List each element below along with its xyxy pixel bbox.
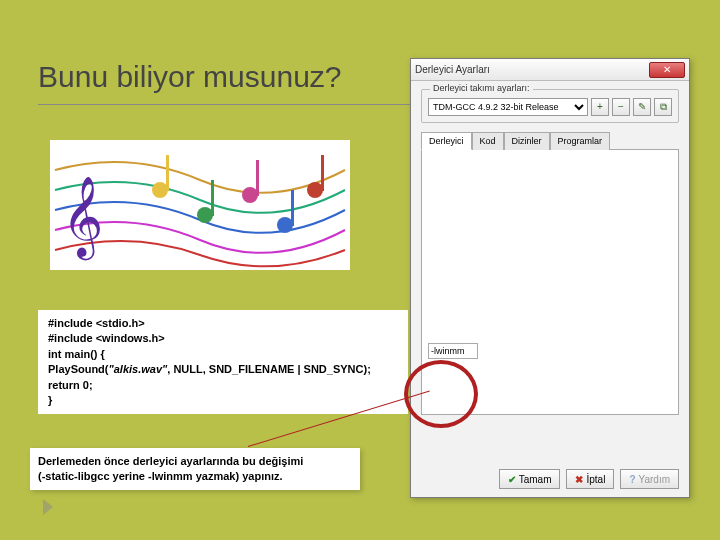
code-line: } [48, 393, 398, 408]
close-button[interactable]: ✕ [649, 62, 685, 78]
svg-point-9 [307, 182, 323, 198]
linker-flags-input[interactable] [428, 343, 478, 359]
linker-option-row [428, 343, 478, 359]
check-icon: ✔ [508, 474, 516, 485]
tab-compiler[interactable]: Derleyici [421, 132, 472, 150]
svg-text:𝄞: 𝄞 [62, 177, 103, 261]
tab-programs[interactable]: Programlar [550, 132, 611, 150]
svg-point-7 [277, 217, 293, 233]
svg-rect-6 [256, 160, 259, 196]
slide-title: Bunu biliyor musunuz? [38, 60, 342, 94]
svg-rect-10 [321, 155, 324, 191]
title-underline [38, 104, 418, 105]
svg-rect-8 [291, 190, 294, 226]
code-line: int main() { [48, 347, 398, 362]
svg-point-1 [152, 182, 168, 198]
svg-rect-2 [166, 155, 169, 191]
question-icon: ? [629, 474, 635, 485]
help-button[interactable]: ? Yardım [620, 469, 679, 489]
code-line: #include <windows.h> [48, 331, 398, 346]
rename-set-button[interactable]: ✎ [633, 98, 651, 116]
compiler-set-groupbox: Derleyici takımı ayarları: TDM-GCC 4.9.2… [421, 89, 679, 123]
music-notes-image: 𝄞 [50, 140, 350, 270]
dialog-titlebar[interactable]: Derleyici Ayarları ✕ [411, 59, 689, 81]
svg-rect-4 [211, 180, 214, 216]
tab-strip: Derleyici Kod Dizinler Programlar [421, 131, 679, 150]
tab-code[interactable]: Kod [472, 132, 504, 150]
x-icon: ✖ [575, 474, 583, 485]
dialog-title: Derleyici Ayarları [415, 64, 649, 75]
ok-button[interactable]: ✔ Tamam [499, 469, 561, 489]
code-snippet: #include <stdio.h> #include <windows.h> … [38, 310, 408, 414]
code-line: PlaySound("alkis.wav", NULL, SND_FILENAM… [48, 362, 398, 377]
svg-point-5 [242, 187, 258, 203]
compiler-settings-dialog: Derleyici Ayarları ✕ Derleyici takımı ay… [410, 58, 690, 498]
code-line: #include <stdio.h> [48, 316, 398, 331]
instruction-note: Derlemeden önce derleyici ayarlarında bu… [30, 448, 360, 490]
tab-panel [421, 150, 679, 415]
slide-nav-icon [43, 499, 53, 515]
compiler-select[interactable]: TDM-GCC 4.9.2 32-bit Release [428, 98, 588, 116]
delete-set-button[interactable]: − [612, 98, 630, 116]
code-line: return 0; [48, 378, 398, 393]
add-set-button[interactable]: + [591, 98, 609, 116]
close-icon: ✕ [663, 64, 671, 75]
duplicate-set-button[interactable]: ⧉ [654, 98, 672, 116]
cancel-button[interactable]: ✖ İptal [566, 469, 614, 489]
tab-directories[interactable]: Dizinler [504, 132, 550, 150]
svg-point-3 [197, 207, 213, 223]
group-label: Derleyici takımı ayarları: [430, 83, 533, 93]
